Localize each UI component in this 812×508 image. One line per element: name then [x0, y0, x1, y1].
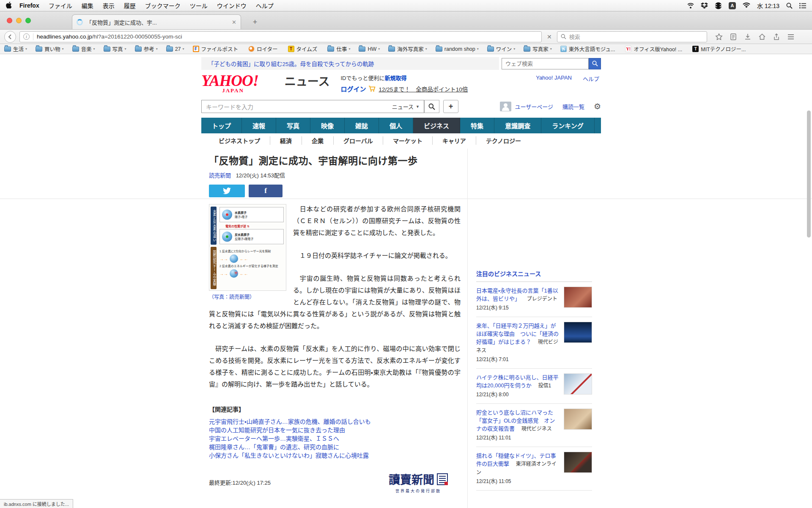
nav-tab[interactable]: 写真	[276, 118, 310, 133]
downloads-icon[interactable]	[743, 33, 752, 41]
menubar-clock[interactable]: 水 12:13	[757, 1, 779, 10]
nav-tab[interactable]: 特集	[460, 118, 494, 133]
nav-tab[interactable]: トップ	[201, 118, 242, 133]
sidebar-news-item[interactable]: 貯金という底なし沼にハマった「富女子」OLの金銭感覚 オンナの収支報告書 現代ビ…	[476, 404, 592, 447]
add-keyword-button[interactable]: +	[443, 100, 458, 113]
promo-banner-link[interactable]: 「子どもの貧困」に取り組む25歳。母を自殺で失ってからの軌跡	[208, 59, 374, 68]
spotlight-icon[interactable]	[786, 3, 793, 9]
nav-tab[interactable]: 意識調査	[494, 118, 541, 133]
help-link[interactable]: ヘルプ	[583, 75, 599, 83]
bookmark-item[interactable]: ロイター	[248, 45, 280, 53]
bookmark-item[interactable]: 参考 ▾	[135, 45, 158, 53]
bookmark-item[interactable]: 生活 ▾	[4, 45, 27, 53]
bookmark-item[interactable]: ワイン ▾	[487, 45, 516, 53]
url-bar[interactable]: i headlines.yahoo.co.jp/hl?a=20161220-00…	[19, 31, 542, 42]
bookmark-item[interactable]: T MITテクノロジー...	[692, 45, 747, 53]
sidebar-news-item[interactable]: 来年、「日経平均２万円越え」がほぼ確実な理由 ついに「経済の好循環」がはじまる？…	[476, 317, 592, 369]
article-source-link[interactable]: 読売新聞	[209, 172, 231, 179]
browser-tab[interactable]: 「反物質」測定に成功、宇... ✕	[72, 14, 241, 29]
window-zoom-button[interactable]	[25, 18, 31, 23]
register-link[interactable]: 新規取得	[384, 75, 406, 81]
subnav-item[interactable]: マーケット	[383, 136, 433, 145]
menubar-item[interactable]: ヘルプ	[256, 1, 274, 10]
reader-mode-icon[interactable]	[729, 33, 738, 41]
related-article-link[interactable]: 小保方さん「私生きないといけないわ」寂聴さんに心境吐露	[209, 451, 461, 460]
nav-tab[interactable]: 雑誌	[345, 118, 379, 133]
sidebar-news-item[interactable]: ハイテク株に明るい兆し、日経平均は20,000円を伺うか 投信1 12/21(水…	[476, 369, 592, 404]
bookmark-item[interactable]: 仕事 ▾	[327, 45, 350, 53]
search-scope-select[interactable]: ニュース	[392, 102, 414, 110]
window-minimize-button[interactable]	[16, 18, 22, 23]
page-scrollbar[interactable]	[806, 110, 812, 508]
related-article-link[interactable]: 元宇宙飛行士・山崎直子さん…家族の危機、離婚の話し合いも	[209, 417, 461, 426]
bookmark-item[interactable]: 買い物 ▾	[36, 45, 64, 53]
bookmark-item[interactable]: T タイムズ	[288, 45, 319, 53]
home-icon[interactable]	[758, 33, 766, 41]
wifi-icon[interactable]	[743, 3, 750, 8]
web-search-input[interactable]	[502, 58, 589, 69]
menubar-item[interactable]: ブックマーク	[145, 1, 181, 10]
news-search-input[interactable]: キーワードを入力 ニュース ▼	[201, 100, 424, 113]
facebook-share-button[interactable]: f	[249, 185, 283, 197]
yahoo-news-logo[interactable]: YAHOO! JAPAN ニュース	[201, 74, 329, 88]
user-page-link[interactable]: ユーザーページ	[515, 102, 553, 110]
bookmark-item[interactable]: F ファイルポスト	[193, 45, 240, 53]
bookmark-item[interactable]: 海外写真家 ▾	[388, 45, 427, 53]
menubar-item[interactable]: 編集	[82, 1, 93, 10]
bookmark-item[interactable]: Y! オフィス版Yahoo! ...	[625, 45, 684, 53]
subnav-item[interactable]: グローバル	[334, 136, 383, 145]
window-close-button[interactable]	[7, 18, 12, 23]
menubar-item[interactable]: ファイル	[49, 1, 72, 10]
bookmark-item[interactable]: 音楽 ▾	[72, 45, 95, 53]
menu-hamburger-icon[interactable]	[787, 33, 795, 41]
apple-menu-icon[interactable]	[6, 2, 12, 10]
article-figure[interactable]: 水素と反水素の違い 水素原子陽子・電子 電気の性質が逆 ⇅ 反水素原子反陽子・陽…	[209, 204, 286, 300]
tab-close-icon[interactable]: ✕	[232, 19, 236, 25]
nav-tab[interactable]: 映像	[310, 118, 345, 133]
back-button[interactable]	[4, 31, 16, 43]
menubar-item[interactable]: 履歴	[124, 1, 136, 10]
stop-loading-button[interactable]: ✕	[542, 33, 557, 40]
bookmark-item[interactable]: 写真 ▾	[104, 45, 126, 53]
bookmark-item[interactable]: 外 東外大言語モジュ...	[560, 45, 617, 53]
dropbox-icon[interactable]	[701, 3, 708, 9]
nav-tab[interactable]: ランキング	[541, 118, 595, 133]
menubar-app-name[interactable]: Firefox	[19, 2, 39, 9]
related-article-link[interactable]: 宇宙エレベーターへ第一歩…実験衛星、ＩＳＳへ	[209, 434, 461, 443]
login-link[interactable]: ログイン	[340, 84, 366, 93]
gear-icon[interactable]: ⚙	[594, 102, 601, 111]
bookmark-item[interactable]: random shop ▾	[436, 46, 479, 52]
menubar-item[interactable]: ツール	[190, 1, 208, 10]
bookmark-item[interactable]: HW ▾	[359, 46, 380, 52]
yomiuri-logo[interactable]: 讀賣新聞 世界最大の発行部数	[389, 471, 448, 494]
creative-cloud-icon[interactable]	[715, 2, 722, 9]
menubar-item[interactable]: ウインドウ	[217, 1, 247, 10]
nav-tab[interactable]: ビジネス	[413, 118, 460, 133]
new-tab-button[interactable]: +	[250, 18, 261, 27]
subscriptions-link[interactable]: 購読一覧	[562, 102, 584, 110]
input-source-icon[interactable]: A	[729, 2, 736, 9]
subnav-item[interactable]: 経済	[270, 136, 302, 145]
related-article-link[interactable]: 中国の人工知能研究が日本を一気に抜き去った理由	[209, 426, 461, 434]
sidebar-news-item[interactable]: 日本電産・永守社長の言葉「1番以外は、皆ビリや」 プレジデント 12/21(水)…	[476, 282, 592, 317]
nav-tab[interactable]: 個人	[379, 118, 413, 133]
scrollbar-thumb[interactable]	[807, 110, 811, 237]
promo-link[interactable]: 12/25まで！ 全商品ポイント10倍	[379, 85, 468, 93]
web-search-button[interactable]	[589, 58, 601, 69]
subnav-item[interactable]: キャリア	[433, 136, 476, 145]
menubar-item[interactable]: 表示	[103, 1, 115, 10]
nav-tab[interactable]: 速報	[242, 118, 276, 133]
subnav-item[interactable]: テクノロジー	[476, 136, 531, 145]
site-info-icon[interactable]: i	[23, 33, 30, 40]
bookmark-item[interactable]: 27 ▾	[166, 46, 184, 52]
subnav-item[interactable]: 企業	[302, 136, 334, 145]
twitter-share-button[interactable]	[209, 185, 245, 197]
figure-caption[interactable]: （写真：読売新聞）	[209, 293, 286, 300]
related-article-link[interactable]: 梶田隆章さん…「鬼軍曹」の遺志、研究の血脈に	[209, 443, 461, 451]
browser-search-field[interactable]: 検索	[557, 31, 707, 42]
wifi-transfer-icon[interactable]	[687, 3, 694, 9]
bookmark-star-icon[interactable]	[715, 33, 723, 41]
news-search-button[interactable]	[424, 100, 439, 113]
share-icon[interactable]	[772, 33, 781, 41]
subnav-item[interactable]: ビジネストップ	[209, 136, 270, 145]
